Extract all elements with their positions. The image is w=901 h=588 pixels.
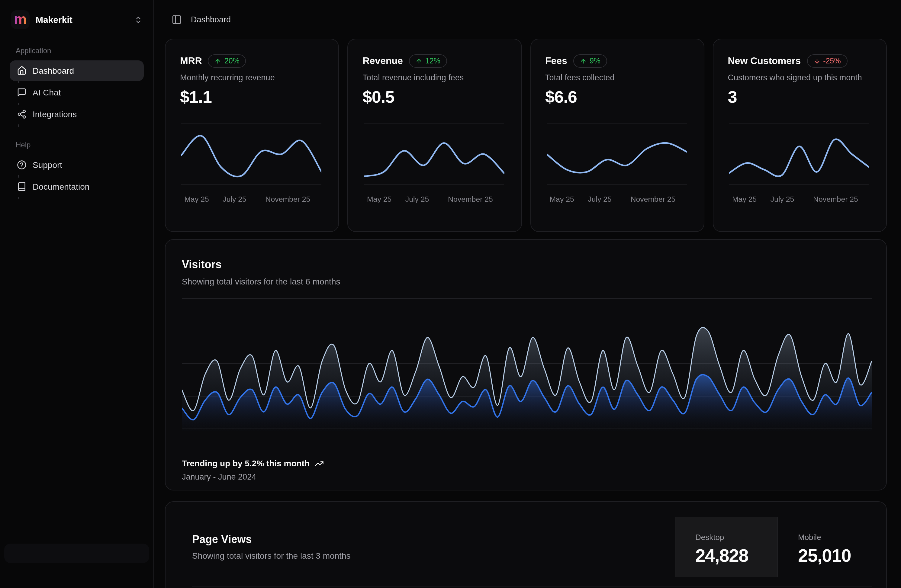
sidebar-item-label: Support bbox=[33, 160, 62, 170]
trend-badge-value: 12% bbox=[425, 57, 440, 65]
trend-badge: 12% bbox=[409, 55, 447, 68]
sparkline-x-labels: May 25 July 25 November 25 bbox=[546, 195, 687, 204]
panel-left-icon[interactable] bbox=[171, 14, 182, 25]
sidebar-item-label: AI Chat bbox=[33, 87, 61, 97]
arrow-down-icon bbox=[814, 58, 820, 64]
sparkline-x-labels: May 25 July 25 November 25 bbox=[364, 195, 504, 204]
stat-value: 24,828 bbox=[695, 546, 778, 566]
trend-badge-value: 20% bbox=[224, 57, 240, 65]
card-title: Revenue bbox=[363, 56, 403, 66]
makerkit-logo: m bbox=[11, 10, 30, 29]
x-tick: July 25 bbox=[770, 195, 794, 204]
card-value: $1.1 bbox=[180, 87, 324, 107]
revenue-card: Revenue 12% Total revenue including fees… bbox=[348, 39, 522, 232]
x-tick: July 25 bbox=[588, 195, 612, 204]
stat-label: Mobile bbox=[798, 533, 872, 542]
book-icon bbox=[17, 182, 26, 192]
chevrons-up-down-icon bbox=[134, 16, 143, 24]
sidebar-group-application: Application Dashboard AI Chat Integratio… bbox=[10, 47, 144, 125]
arrow-up-icon bbox=[416, 58, 422, 64]
house-icon bbox=[17, 66, 26, 75]
sidebar-item-documentation[interactable]: Documentation bbox=[10, 176, 144, 197]
trend-badge-value: -25% bbox=[823, 57, 840, 65]
stat-value: 25,010 bbox=[798, 546, 872, 566]
sidebar-group-help: Help Support Documentation bbox=[10, 141, 144, 197]
sidebar-item-integrations[interactable]: Integrations bbox=[10, 104, 144, 125]
trend-badge-value: 9% bbox=[589, 57, 600, 65]
page-views-card: Page Views Showing total visitors for th… bbox=[165, 501, 887, 588]
x-tick: November 25 bbox=[448, 195, 493, 204]
logo-letter: m bbox=[14, 12, 27, 26]
trend-badge: -25% bbox=[807, 55, 847, 68]
card-title: Fees bbox=[545, 56, 567, 66]
sparkline-chart bbox=[181, 120, 322, 188]
main-content: Dashboard MRR 20% Monthly recurring reve… bbox=[154, 0, 901, 588]
sidebar-group-label: Application bbox=[16, 47, 144, 55]
card-subtitle: Total fees collected bbox=[545, 73, 689, 82]
x-tick: November 25 bbox=[631, 195, 676, 204]
breadcrumb: Dashboard bbox=[191, 15, 231, 24]
x-tick: November 25 bbox=[265, 195, 310, 204]
visitors-title: Visitors bbox=[182, 259, 872, 271]
x-tick: July 25 bbox=[223, 195, 246, 204]
fees-card: Fees 9% Total fees collected $6.6 May 25… bbox=[530, 39, 705, 232]
page-views-chart-gridline bbox=[192, 586, 872, 586]
visitors-area-chart bbox=[182, 296, 872, 430]
sidebar-item-support[interactable]: Support bbox=[10, 154, 144, 175]
card-subtitle: Monthly recurring revenue bbox=[180, 73, 324, 82]
topbar: Dashboard bbox=[154, 0, 901, 39]
sidebar-group-label: Help bbox=[16, 141, 144, 149]
card-subtitle: Total revenue including fees bbox=[363, 73, 507, 82]
arrow-up-icon bbox=[580, 58, 586, 64]
sparkline-x-labels: May 25 July 25 November 25 bbox=[729, 195, 870, 204]
message-square-icon bbox=[17, 87, 26, 97]
mobile-stat-toggle[interactable]: Mobile 25,010 bbox=[778, 517, 872, 577]
card-value: $0.5 bbox=[363, 87, 507, 107]
arrow-up-icon bbox=[215, 58, 221, 64]
trend-badge: 9% bbox=[573, 55, 607, 68]
x-tick: May 25 bbox=[732, 195, 757, 204]
sparkline-chart bbox=[729, 120, 870, 188]
visitors-subtitle: Showing total visitors for the last 6 mo… bbox=[182, 277, 872, 286]
x-tick: November 25 bbox=[813, 195, 858, 204]
card-subtitle: Customers who signed up this month bbox=[728, 73, 872, 82]
sidebar-item-dashboard[interactable]: Dashboard bbox=[10, 61, 144, 81]
sidebar-item-label: Integrations bbox=[33, 109, 77, 119]
page-views-subtitle: Showing total visitors for the last 3 mo… bbox=[192, 551, 351, 560]
x-tick: May 25 bbox=[367, 195, 391, 204]
sidebar-footer[interactable] bbox=[4, 544, 149, 563]
card-value: $6.6 bbox=[545, 87, 689, 107]
x-tick: May 25 bbox=[184, 195, 209, 204]
sparkline-chart bbox=[546, 120, 687, 188]
sidebar-item-label: Dashboard bbox=[33, 66, 74, 75]
stat-cards-row: MRR 20% Monthly recurring revenue $1.1 M… bbox=[165, 39, 887, 232]
mrr-card: MRR 20% Monthly recurring revenue $1.1 M… bbox=[165, 39, 339, 232]
workspace-name: Makerkit bbox=[36, 14, 128, 25]
card-title: MRR bbox=[180, 56, 202, 66]
desktop-stat-toggle[interactable]: Desktop 24,828 bbox=[675, 517, 778, 577]
circle-help-icon bbox=[17, 160, 26, 170]
stat-label: Desktop bbox=[695, 533, 778, 542]
visitors-card: Visitors Showing total visitors for the … bbox=[165, 239, 887, 490]
sidebar-item-label: Documentation bbox=[33, 182, 89, 192]
trend-badge: 20% bbox=[208, 55, 246, 68]
visitors-trend-text: Trending up by 5.2% this month bbox=[182, 459, 310, 468]
visitors-period: January - June 2024 bbox=[182, 473, 324, 481]
sparkline-x-labels: May 25 July 25 November 25 bbox=[181, 195, 322, 204]
page-views-toggles: Desktop 24,828 Mobile 25,010 bbox=[675, 517, 872, 577]
sparkline-chart bbox=[364, 120, 504, 188]
workspace-switcher[interactable]: m Makerkit bbox=[10, 10, 144, 30]
dashboard-app: m Makerkit Application Dashboard AI Chat bbox=[0, 0, 901, 588]
x-tick: July 25 bbox=[405, 195, 429, 204]
card-title: New Customers bbox=[728, 56, 801, 66]
page-views-title: Page Views bbox=[192, 533, 252, 546]
sidebar: m Makerkit Application Dashboard AI Chat bbox=[0, 0, 154, 588]
sidebar-item-ai-chat[interactable]: AI Chat bbox=[10, 82, 144, 103]
trending-up-icon bbox=[315, 459, 324, 468]
x-tick: May 25 bbox=[549, 195, 574, 204]
card-value: 3 bbox=[728, 87, 872, 107]
new-customers-card: New Customers -25% Customers who signed … bbox=[713, 39, 887, 232]
share-icon bbox=[17, 109, 26, 119]
